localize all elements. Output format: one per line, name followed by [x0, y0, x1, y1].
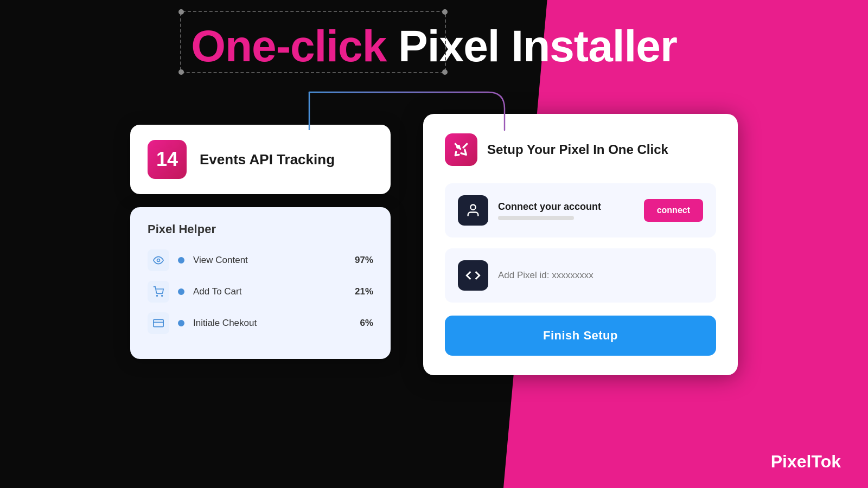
code-icon-box — [458, 260, 488, 291]
logo-pixel: Pixel — [771, 452, 812, 471]
helper-row-add-to-cart: Add To Cart 21% — [148, 281, 373, 303]
dot-bl — [178, 69, 184, 75]
events-badge: 14 — [148, 140, 187, 179]
svg-point-7 — [470, 205, 475, 210]
helper-row-checkout: Initiale Chekout 6% — [148, 312, 373, 334]
connect-label: Connect your account — [498, 201, 634, 213]
header: One-click Pixel Installer — [0, 0, 868, 72]
svg-rect-4 — [154, 319, 163, 326]
svg-point-2 — [157, 296, 158, 297]
card-icon — [148, 312, 169, 334]
logo-tok: Tok — [811, 452, 841, 471]
pixeltok-logo: PixelTok — [771, 452, 841, 472]
connect-content: Connect your account — [498, 201, 634, 220]
checkout-percent: 6% — [360, 318, 373, 329]
setup-title: Setup Your Pixel In One Click — [487, 142, 668, 157]
account-icon-box — [458, 195, 488, 226]
helper-title: Pixel Helper — [148, 222, 373, 236]
setup-icon-box — [445, 133, 477, 166]
view-content-label: View Content — [193, 255, 346, 266]
finish-setup-button[interactable]: Finish Setup — [445, 316, 716, 356]
connect-button[interactable]: connect — [644, 199, 703, 222]
events-card-wrapper: 14 Events API Tracking — [130, 125, 391, 194]
add-to-cart-label: Add To Cart — [193, 286, 346, 297]
svg-point-1 — [157, 259, 160, 262]
helper-row-view-content: View Content 97% — [148, 249, 373, 271]
pixel-helper-card: Pixel Helper View Content 97% — [130, 207, 391, 359]
eye-icon — [148, 249, 169, 271]
connect-subtext — [498, 216, 574, 220]
add-to-cart-percent: 21% — [355, 286, 373, 297]
dot-view-content — [178, 257, 184, 264]
pixel-id-row — [445, 248, 716, 303]
svg-point-3 — [162, 296, 163, 297]
dot-br — [442, 69, 448, 75]
pixel-id-input[interactable] — [498, 270, 703, 281]
setup-card: Setup Your Pixel In One Click Connect yo… — [423, 114, 738, 375]
dashed-box — [180, 11, 446, 73]
svg-point-6 — [457, 146, 459, 148]
connect-row: Connect your account connect — [445, 183, 716, 237]
main-title: One-click Pixel Installer — [191, 21, 677, 72]
view-content-percent: 97% — [355, 255, 373, 266]
cart-icon — [148, 281, 169, 303]
setup-header: Setup Your Pixel In One Click — [445, 133, 716, 166]
helper-card-wrapper: Pixel Helper View Content 97% — [130, 207, 391, 359]
left-column: 14 Events API Tracking Pixel Helper — [130, 125, 391, 375]
dot-add-to-cart — [178, 288, 184, 295]
cards-area: 14 Events API Tracking Pixel Helper — [0, 119, 868, 375]
events-api-card: 14 Events API Tracking — [130, 125, 391, 194]
dot-checkout — [178, 320, 184, 326]
events-label: Events API Tracking — [200, 151, 335, 168]
checkout-label: Initiale Chekout — [193, 318, 351, 329]
